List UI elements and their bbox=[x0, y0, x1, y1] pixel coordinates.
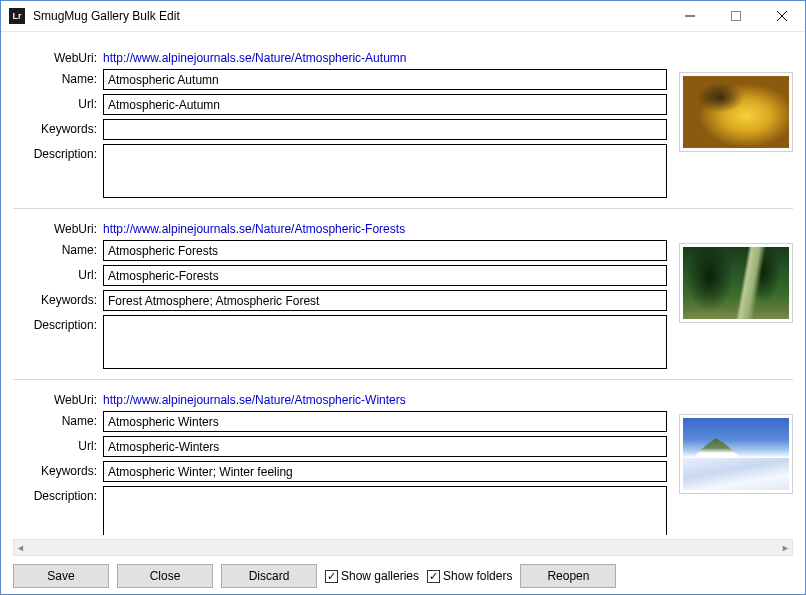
checkbox-label: Show galleries bbox=[341, 569, 419, 583]
scroll-right-icon[interactable]: ► bbox=[781, 543, 790, 553]
scroll-left-icon[interactable]: ◄ bbox=[16, 543, 25, 553]
weburi-link[interactable]: http://www.alpinejournals.se/Nature/Atmo… bbox=[103, 48, 667, 65]
discard-button[interactable]: Discard bbox=[221, 564, 317, 588]
close-button[interactable]: Close bbox=[117, 564, 213, 588]
label-description: Description: bbox=[13, 144, 97, 161]
gallery-list: WebUri: http://www.alpinejournals.se/Nat… bbox=[13, 42, 793, 535]
description-input[interactable] bbox=[103, 144, 667, 198]
keywords-input[interactable] bbox=[103, 290, 667, 311]
keywords-input[interactable] bbox=[103, 461, 667, 482]
label-keywords: Keywords: bbox=[13, 290, 97, 307]
label-weburi: WebUri: bbox=[13, 390, 97, 407]
label-weburi: WebUri: bbox=[13, 219, 97, 236]
weburi-link[interactable]: http://www.alpinejournals.se/Nature/Atmo… bbox=[103, 219, 667, 236]
label-name: Name: bbox=[13, 69, 97, 86]
name-input[interactable] bbox=[103, 411, 667, 432]
description-input[interactable] bbox=[103, 315, 667, 369]
gallery-entry: WebUri: http://www.alpinejournals.se/Nat… bbox=[13, 42, 793, 208]
show-folders-checkbox[interactable]: ✓ Show folders bbox=[427, 569, 512, 583]
checkbox-icon: ✓ bbox=[325, 570, 338, 583]
keywords-input[interactable] bbox=[103, 119, 667, 140]
name-input[interactable] bbox=[103, 240, 667, 261]
label-name: Name: bbox=[13, 411, 97, 428]
label-url: Url: bbox=[13, 436, 97, 453]
label-url: Url: bbox=[13, 265, 97, 282]
button-row: Save Close Discard ✓ Show galleries ✓ Sh… bbox=[13, 556, 793, 588]
horizontal-scrollbar[interactable]: ◄ ► bbox=[13, 539, 793, 556]
gallery-thumbnail[interactable] bbox=[679, 243, 793, 323]
titlebar: Lr SmugMug Gallery Bulk Edit bbox=[1, 1, 805, 32]
app-icon: Lr bbox=[9, 8, 25, 24]
label-description: Description: bbox=[13, 486, 97, 503]
minimize-button[interactable] bbox=[667, 1, 713, 32]
label-description: Description: bbox=[13, 315, 97, 332]
url-input[interactable] bbox=[103, 436, 667, 457]
show-galleries-checkbox[interactable]: ✓ Show galleries bbox=[325, 569, 419, 583]
gallery-thumbnail[interactable] bbox=[679, 414, 793, 494]
label-url: Url: bbox=[13, 94, 97, 111]
checkbox-label: Show folders bbox=[443, 569, 512, 583]
gallery-thumbnail[interactable] bbox=[679, 72, 793, 152]
url-input[interactable] bbox=[103, 265, 667, 286]
gallery-entry: WebUri: http://www.alpinejournals.se/Nat… bbox=[13, 379, 793, 535]
label-keywords: Keywords: bbox=[13, 119, 97, 136]
name-input[interactable] bbox=[103, 69, 667, 90]
url-input[interactable] bbox=[103, 94, 667, 115]
svg-rect-1 bbox=[732, 12, 741, 21]
checkbox-icon: ✓ bbox=[427, 570, 440, 583]
label-name: Name: bbox=[13, 240, 97, 257]
window-title: SmugMug Gallery Bulk Edit bbox=[33, 9, 180, 23]
description-input[interactable] bbox=[103, 486, 667, 535]
label-keywords: Keywords: bbox=[13, 461, 97, 478]
maximize-button[interactable] bbox=[713, 1, 759, 32]
save-button[interactable]: Save bbox=[13, 564, 109, 588]
close-window-button[interactable] bbox=[759, 1, 805, 32]
gallery-entry: WebUri: http://www.alpinejournals.se/Nat… bbox=[13, 208, 793, 379]
reopen-button[interactable]: Reopen bbox=[520, 564, 616, 588]
label-weburi: WebUri: bbox=[13, 48, 97, 65]
weburi-link[interactable]: http://www.alpinejournals.se/Nature/Atmo… bbox=[103, 390, 667, 407]
